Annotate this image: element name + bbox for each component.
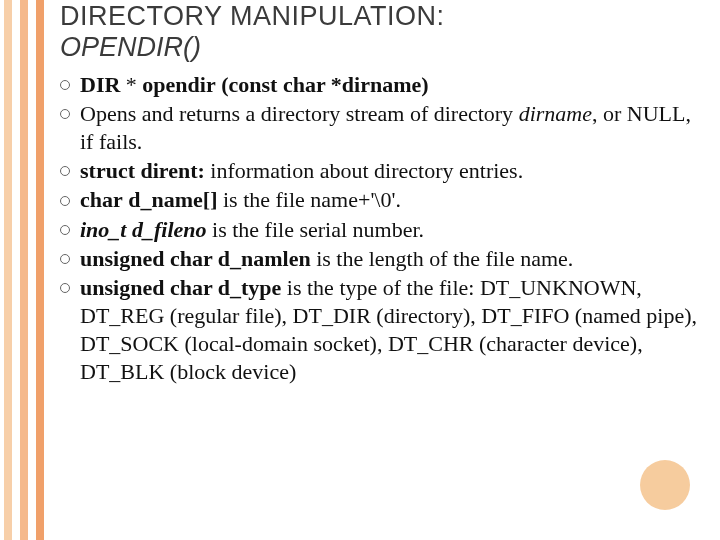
- decor-stripe-1: [4, 0, 12, 540]
- content-area: DIRECTORY MANIPULATION: OPENDIR() DIR * …: [60, 0, 702, 386]
- decor-stripe-3: [36, 0, 44, 540]
- text: is the file serial number.: [207, 217, 425, 242]
- text-bold: d_name[]: [128, 187, 217, 212]
- text-bold: char: [80, 187, 123, 212]
- text: information about directory entries.: [205, 158, 523, 183]
- text: is the file name+'\0'.: [217, 187, 400, 212]
- bullet-item: DIR * opendir (const char *dirname): [60, 71, 702, 99]
- slide: DIRECTORY MANIPULATION: OPENDIR() DIR * …: [0, 0, 720, 540]
- title-sub: OPENDIR(): [60, 32, 702, 63]
- bullet-item: unsigned char d_type is the type of the …: [60, 274, 702, 387]
- text: is the length of the file name.: [311, 246, 574, 271]
- text: Opens and returns a directory stream of …: [80, 101, 519, 126]
- text-bold: (const char *dirname): [221, 72, 428, 97]
- text-bold: struct: [80, 158, 135, 183]
- decor-stripe-2: [20, 0, 28, 540]
- bullet-item: struct dirent: information about directo…: [60, 157, 702, 185]
- text-bold-italic: ino_t: [80, 217, 126, 242]
- text-bold-italic: d_fileno: [132, 217, 207, 242]
- text: *: [120, 72, 142, 97]
- text-bold: dirent:: [140, 158, 204, 183]
- bullet-item: char d_name[] is the file name+'\0'.: [60, 186, 702, 214]
- bullet-list: DIR * opendir (const char *dirname) Open…: [60, 71, 702, 387]
- title-main: DIRECTORY MANIPULATION:: [60, 2, 702, 32]
- text-italic: dirname: [519, 101, 592, 126]
- bullet-item: ino_t d_fileno is the file serial number…: [60, 216, 702, 244]
- decor-circle: [640, 460, 690, 510]
- text-bold: unsigned: [80, 246, 164, 271]
- text-bold: DIR: [80, 72, 120, 97]
- text-bold: char d_type: [170, 275, 281, 300]
- bullet-item: Opens and returns a directory stream of …: [60, 100, 702, 156]
- bullet-item: unsigned char d_namlen is the length of …: [60, 245, 702, 273]
- slide-title: DIRECTORY MANIPULATION: OPENDIR(): [60, 2, 702, 63]
- text-bold: opendir: [142, 72, 215, 97]
- text-bold: unsigned: [80, 275, 164, 300]
- text-bold: char d_namlen: [170, 246, 311, 271]
